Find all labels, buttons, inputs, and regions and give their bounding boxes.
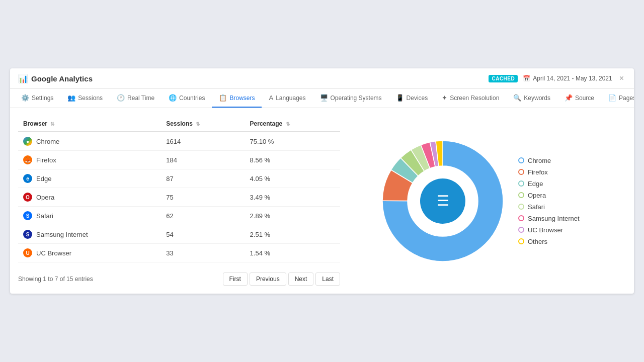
cell-percentage-2: 4.05 % (245, 169, 340, 188)
table-row: O Opera 75 3.49 % (18, 188, 340, 207)
tab-languages[interactable]: A Languages (262, 89, 312, 108)
cell-percentage-5: 2.51 % (245, 225, 340, 244)
cell-browser-2: e Edge (18, 169, 161, 188)
cell-browser-0: ● Chrome (18, 132, 161, 151)
tab-settings[interactable]: ⚙️ Settings (14, 89, 60, 108)
card-title-text: Google Analytics (31, 74, 93, 83)
legend-dot-0 (518, 157, 524, 163)
tab-source-label: Source (575, 95, 594, 102)
table-row: S Safari 62 2.89 % (18, 207, 340, 225)
browser-icon-3: O (23, 193, 32, 202)
cell-browser-1: 🦊 Firefox (18, 151, 161, 169)
nav-tabs: ⚙️ Settings 👥 Sessions 🕐 Real Time 🌐 Cou… (10, 89, 634, 108)
browser-icon-6: U (23, 248, 32, 257)
cell-sessions-3: 75 (161, 188, 245, 207)
sort-percentage-icon: ⇅ (286, 121, 290, 127)
legend-item-others: Others (518, 238, 599, 245)
sessions-icon: 👥 (67, 94, 75, 102)
close-button[interactable]: × (617, 73, 626, 83)
realtime-icon: 🕐 (117, 94, 125, 102)
legend-label-7: Others (528, 238, 547, 245)
tab-pages[interactable]: 📄 Pages (601, 89, 634, 108)
table-section: Browser ⇅ Sessions ⇅ Percentage ⇅ ● Chro… (18, 116, 340, 286)
tab-devices[interactable]: 📱 Devices (389, 89, 435, 108)
card-header: 📊 Google Analytics CACHED 📅 April 14, 20… (10, 68, 634, 89)
tab-devices-label: Devices (407, 95, 428, 102)
browser-icon-2: e (23, 174, 32, 183)
keywords-icon: 🔍 (513, 94, 521, 102)
chart-section: ☰ Chrome Firefox Edge Opera Safari Samsu… (350, 116, 626, 286)
tab-screen-label: Screen Resolution (450, 95, 499, 102)
browser-icon-0: ● (23, 137, 32, 146)
browser-name-1: Firefox (36, 156, 56, 164)
browsers-table: Browser ⇅ Sessions ⇅ Percentage ⇅ ● Chro… (18, 116, 340, 262)
browser-name-3: Opera (36, 194, 54, 201)
legend-dot-1 (518, 169, 524, 175)
cell-percentage-0: 75.10 % (245, 132, 340, 151)
chart-legend: Chrome Firefox Edge Opera Safari Samsung… (518, 157, 599, 245)
legend-dot-3 (518, 192, 524, 198)
next-button[interactable]: Next (288, 273, 314, 286)
legend-item-chrome: Chrome (518, 157, 599, 164)
col-percentage[interactable]: Percentage ⇅ (245, 116, 340, 132)
sort-sessions-icon: ⇅ (196, 121, 200, 127)
tab-browsers[interactable]: 📋 Browsers (212, 89, 262, 108)
legend-label-1: Firefox (528, 168, 548, 176)
calendar-icon: 📅 (523, 75, 530, 82)
legend-label-0: Chrome (528, 157, 551, 164)
browsers-icon: 📋 (219, 94, 227, 102)
analytics-icon: 📊 (18, 74, 28, 83)
legend-label-4: Safari (528, 203, 545, 211)
last-button[interactable]: Last (315, 273, 340, 286)
col-sessions[interactable]: Sessions ⇅ (161, 116, 245, 132)
tab-realtime[interactable]: 🕐 Real Time (110, 89, 162, 108)
legend-dot-6 (518, 227, 524, 233)
cell-percentage-4: 2.89 % (245, 207, 340, 225)
legend-item-opera: Opera (518, 192, 599, 199)
legend-dot-2 (518, 180, 524, 187)
cell-sessions-4: 62 (161, 207, 245, 225)
browser-icon-1: 🦊 (23, 155, 32, 164)
languages-icon: A (269, 94, 273, 102)
tab-os-label: Operating Systems (331, 95, 382, 102)
tab-os[interactable]: 🖥️ Operating Systems (313, 89, 389, 108)
devices-icon: 📱 (396, 94, 404, 102)
showing-text: Showing 1 to 7 of 15 entries (18, 276, 93, 283)
tab-sessions[interactable]: 👥 Sessions (60, 89, 110, 108)
card-title: 📊 Google Analytics (18, 74, 93, 83)
donut-center-icon: ☰ (437, 193, 449, 209)
browser-name-6: UC Browser (36, 249, 71, 257)
legend-dot-7 (518, 238, 524, 244)
legend-item-edge: Edge (518, 180, 599, 188)
screen-icon: ✦ (442, 94, 447, 102)
legend-label-6: UC Browser (528, 226, 563, 234)
first-button[interactable]: First (223, 273, 248, 286)
date-range: 📅 April 14, 2021 - May 13, 2021 (523, 75, 612, 82)
cell-sessions-2: 87 (161, 169, 245, 188)
previous-button[interactable]: Previous (250, 273, 286, 286)
os-icon: 🖥️ (320, 94, 328, 102)
cell-sessions-5: 54 (161, 225, 245, 244)
legend-dot-5 (518, 215, 524, 221)
donut-chart: ☰ (377, 136, 508, 266)
tab-keywords[interactable]: 🔍 Keywords (506, 89, 557, 108)
table-row: S Samsung Internet 54 2.51 % (18, 225, 340, 244)
table-row: e Edge 87 4.05 % (18, 169, 340, 188)
cell-browser-5: S Samsung Internet (18, 225, 161, 244)
legend-item-samsung-internet: Samsung Internet (518, 215, 599, 222)
col-browser[interactable]: Browser ⇅ (18, 116, 161, 132)
tab-browsers-label: Browsers (229, 95, 255, 102)
cell-percentage-3: 3.49 % (245, 188, 340, 207)
tab-settings-label: Settings (32, 95, 53, 102)
cell-sessions-1: 184 (161, 151, 245, 169)
tab-source[interactable]: 📌 Source (557, 89, 601, 108)
cell-browser-6: U UC Browser (18, 244, 161, 262)
cell-sessions-6: 33 (161, 244, 245, 262)
tab-countries[interactable]: 🌐 Countries (162, 89, 212, 108)
tab-realtime-label: Real Time (127, 95, 154, 102)
browser-name-4: Safari (36, 212, 53, 220)
cached-badge: CACHED (489, 75, 518, 82)
tab-screen[interactable]: ✦ Screen Resolution (435, 89, 506, 108)
tab-sessions-label: Sessions (78, 95, 103, 102)
header-right: CACHED 📅 April 14, 2021 - May 13, 2021 × (489, 73, 626, 83)
